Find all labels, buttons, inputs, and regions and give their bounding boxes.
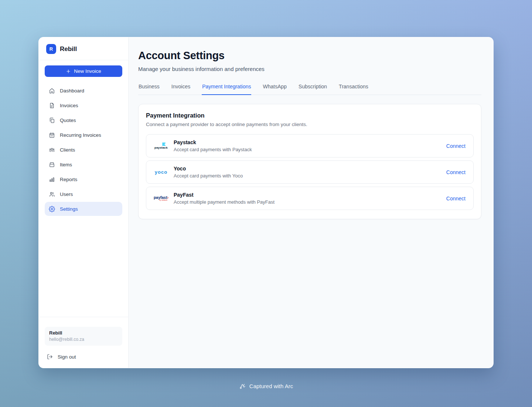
sidebar-item-label: Dashboard: [60, 88, 84, 94]
plus-icon: [66, 69, 71, 74]
sidebar-item-quotes[interactable]: Quotes: [45, 113, 122, 127]
provider-name: Yoco: [174, 166, 243, 172]
sidebar-item-clients[interactable]: Clients: [45, 143, 122, 157]
sidebar-item-label: Users: [60, 191, 73, 197]
payfast-logo: payfast› by network: [154, 196, 168, 201]
yoco-logo: yoco: [154, 170, 168, 174]
provider-name: Paystack: [174, 139, 252, 145]
card-subtitle: Connect a payment provider to accept onl…: [146, 122, 474, 127]
paystack-logo: paystack: [154, 143, 168, 149]
arc-logo-icon: [239, 383, 246, 390]
sidebar-item-label: Invoices: [60, 103, 78, 108]
provider-row-yoco: yoco Yoco Accept card payments with Yoco…: [146, 160, 474, 184]
new-invoice-label: New Invoice: [74, 68, 101, 74]
sidebar-item-invoices[interactable]: Invoices: [45, 98, 122, 112]
sidebar-item-label: Quotes: [60, 118, 76, 123]
app-logo-icon: R: [46, 44, 56, 54]
captured-with-arc-label: Captured with Arc: [249, 383, 293, 389]
sign-out-button[interactable]: Sign out: [45, 351, 122, 363]
sidebar: R Rebill New Invoice Dashboard Invoices …: [39, 37, 129, 368]
provider-description: Accept multiple payment methods with Pay…: [174, 199, 274, 205]
provider-row-paystack: paystack Paystack Accept card payments w…: [146, 134, 474, 157]
card-title: Payment Integration: [146, 112, 474, 119]
app-window: R Rebill New Invoice Dashboard Invoices …: [38, 37, 494, 368]
provider-row-payfast: payfast› by network PayFast Accept multi…: [146, 187, 474, 210]
sidebar-item-label: Recurring Invoices: [60, 132, 101, 138]
divider: [39, 317, 128, 317]
main-content: Account Settings Manage your business in…: [129, 37, 493, 368]
provider-name: PayFast: [174, 192, 274, 198]
provider-description: Accept card payments with Paystack: [174, 147, 252, 152]
payment-integration-card: Payment Integration Connect a payment pr…: [138, 104, 481, 219]
tab-transactions[interactable]: Transactions: [338, 82, 369, 95]
calendar-icon: [49, 132, 55, 138]
captured-with-arc-badge: Captured with Arc: [0, 383, 532, 390]
sidebar-item-label: Settings: [60, 206, 78, 212]
bar-chart-icon: [49, 176, 55, 183]
connect-button-yoco[interactable]: Connect: [446, 169, 466, 175]
tab-whatsapp[interactable]: WhatsApp: [262, 82, 287, 95]
user-name: Rebill: [49, 330, 118, 336]
settings-tabs: Business Invoices Payment Integrations W…: [138, 82, 481, 95]
people-group-icon: [49, 147, 55, 153]
home-icon: [49, 88, 55, 94]
sidebar-item-label: Reports: [60, 177, 77, 182]
connect-button-paystack[interactable]: Connect: [446, 143, 466, 149]
sidebar-item-recurring-invoices[interactable]: Recurring Invoices: [45, 128, 122, 142]
copy-icon: [49, 117, 55, 123]
sidebar-item-items[interactable]: Items: [45, 157, 122, 172]
tab-payment-integrations[interactable]: Payment Integrations: [202, 82, 251, 95]
sign-out-icon: [47, 354, 53, 360]
sidebar-item-label: Items: [60, 162, 72, 167]
new-invoice-button[interactable]: New Invoice: [45, 65, 122, 77]
sidebar-item-reports[interactable]: Reports: [45, 172, 122, 186]
sign-out-label: Sign out: [58, 354, 76, 360]
provider-list: paystack Paystack Accept card payments w…: [146, 134, 474, 210]
app-name: Rebill: [60, 45, 77, 53]
box-icon: [49, 162, 55, 168]
sidebar-nav: Dashboard Invoices Quotes Recurring Invo…: [45, 84, 122, 216]
user-info: Rebill hello@rebill.co.za: [45, 327, 122, 346]
divider: [39, 60, 128, 60]
tab-subscription[interactable]: Subscription: [298, 82, 327, 95]
sidebar-item-dashboard[interactable]: Dashboard: [45, 84, 122, 98]
users-icon: [49, 191, 55, 197]
tab-business[interactable]: Business: [138, 82, 160, 95]
page-subtitle: Manage your business information and pre…: [138, 66, 481, 72]
paystack-logo-icon: [162, 143, 166, 146]
gear-icon: [49, 206, 55, 212]
connect-button-payfast[interactable]: Connect: [446, 196, 466, 201]
sidebar-item-label: Clients: [60, 147, 75, 153]
tab-invoices[interactable]: Invoices: [171, 82, 191, 95]
page-title: Account Settings: [138, 50, 481, 62]
sidebar-item-users[interactable]: Users: [45, 187, 122, 201]
provider-description: Accept card payments with Yoco: [174, 173, 243, 179]
user-email: hello@rebill.co.za: [49, 337, 118, 342]
app-logo: R Rebill: [45, 44, 122, 54]
document-icon: [49, 102, 55, 109]
sidebar-item-settings[interactable]: Settings: [45, 202, 122, 216]
